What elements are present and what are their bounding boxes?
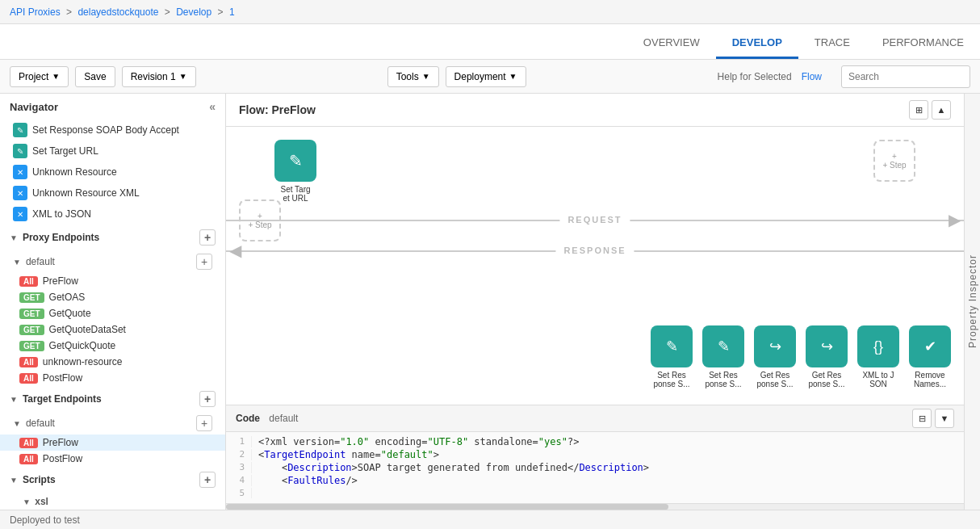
expand-icon[interactable]: ⊞: [909, 100, 928, 120]
status-bar: Deployed to test: [0, 510, 980, 529]
search-input[interactable]: [841, 65, 970, 88]
policy-unknown-resource[interactable]: ✕ Unknown Resource: [0, 162, 225, 183]
collapse-navigator[interactable]: «: [209, 100, 216, 113]
request-arrow: ▶: [949, 210, 961, 229]
flow-getoas[interactable]: GET GetOAS: [0, 289, 225, 305]
resp-step-2-icon[interactable]: ✎: [702, 325, 744, 367]
tab-bar: OVERVIEW DEVELOP TRACE PERFORMANCE: [0, 24, 980, 60]
tab-performance[interactable]: PERFORMANCE: [866, 28, 980, 59]
resp-step-4-icon[interactable]: ↪: [806, 325, 848, 367]
add-step-right-btn[interactable]: + + Step: [873, 140, 915, 182]
pencil-icon-2: ✎: [13, 144, 27, 158]
resp-step-1: ✎ Set Response S...: [651, 325, 693, 388]
policy-unknown-resource-xml[interactable]: ✕ Unknown Resource XML: [0, 183, 225, 204]
response-label: RESPONSE: [555, 244, 634, 257]
resp-step-3-label: Get Response S...: [756, 371, 793, 388]
response-arrow: ◀: [229, 241, 241, 260]
add-target-flow[interactable]: +: [196, 415, 212, 431]
tab-develop[interactable]: DEVELOP: [716, 28, 798, 59]
tab-overview[interactable]: OVERVIEW: [627, 28, 716, 59]
set-target-url-label: Set Target URL: [280, 185, 310, 203]
flow-postflow[interactable]: All PostFlow: [0, 370, 225, 386]
target-endpoints-arrow: ▼: [10, 395, 18, 404]
code-line-4: 4 <FaultRules/>: [226, 474, 964, 487]
scripts-arrow: ▼: [10, 476, 18, 485]
set-target-url-step[interactable]: ✎: [274, 140, 316, 182]
resp-step-3-icon[interactable]: ↪: [754, 325, 796, 367]
request-lane: REQUEST ▶: [226, 208, 964, 232]
project-caret: ▼: [52, 72, 60, 81]
resp-step-4: ↪ Get Response S...: [806, 325, 848, 388]
proxy-endpoints-section[interactable]: ▼ Proxy Endpoints +: [0, 225, 225, 250]
tools-caret: ▼: [422, 72, 430, 81]
help-text: Help for Selected: [718, 71, 792, 82]
resp-step-5: {} XML to JSON: [857, 325, 899, 388]
scroll-up-icon[interactable]: ▲: [932, 100, 951, 120]
flow-getquote[interactable]: GET GetQuote: [0, 305, 225, 321]
resp-step-6-icon[interactable]: ✔: [909, 325, 951, 367]
flow-preflow[interactable]: All PreFlow: [0, 273, 225, 289]
toolbar: Project ▼ Save Revision 1 ▼ Tools ▼ Depl…: [0, 60, 980, 94]
add-step-right: + + Step: [873, 140, 915, 182]
breadcrumb-api-proxies[interactable]: API Proxies: [10, 6, 61, 18]
flow-getquickquote[interactable]: GET GetQuickQuote: [0, 338, 225, 354]
breadcrumb-develop[interactable]: Develop: [176, 6, 211, 18]
scripts-section[interactable]: ▼ Scripts +: [0, 467, 225, 493]
tab-trace[interactable]: TRACE: [798, 28, 866, 59]
default-arrow: ▼: [13, 258, 21, 267]
revision-button[interactable]: Revision 1 ▼: [122, 66, 196, 87]
code-panel: Code default ⊟ ▼ 1 <?xml version="1.0" e…: [226, 405, 964, 510]
code-scrollbar[interactable]: [226, 503, 964, 510]
main-layout: Navigator « ✎ Set Response SOAP Body Acc…: [0, 94, 980, 510]
tools-button[interactable]: Tools ▼: [387, 66, 439, 87]
property-inspector[interactable]: Property Inspector: [964, 94, 980, 510]
code-expand-icon[interactable]: ▼: [935, 409, 954, 428]
code-body[interactable]: 1 <?xml version="1.0" encoding="UTF-8" s…: [226, 432, 964, 503]
code-line-3: 3 <Description>SOAP target generated fro…: [226, 461, 964, 474]
flow-target-postflow[interactable]: All PostFlow: [0, 451, 225, 467]
add-proxy-flow[interactable]: +: [196, 254, 212, 270]
code-line-1: 1 <?xml version="1.0" encoding="UTF-8" s…: [226, 435, 964, 448]
flow-title: Flow: PreFlow: [239, 103, 316, 116]
flow-getquotedataset[interactable]: GET GetQuoteDataSet: [0, 321, 225, 338]
revision-caret: ▼: [179, 72, 187, 81]
breadcrumb-proxy-name[interactable]: delayedstockquote: [77, 6, 158, 18]
plus-icon-right: +: [892, 152, 897, 161]
save-button[interactable]: Save: [75, 66, 115, 87]
code-header-actions: ⊟ ▼: [912, 409, 954, 428]
badge-all-preflow: All: [19, 276, 38, 287]
xsl-arrow: ▼: [23, 498, 31, 506]
x-icon-2: ✕: [13, 186, 27, 200]
resp-step-1-label: Set Response S...: [653, 371, 689, 388]
property-inspector-label: Property Inspector: [967, 254, 978, 348]
policy-set-response-soap[interactable]: ✎ Set Response SOAP Body Accept: [0, 120, 225, 141]
resp-step-6-label: RemoveNames...: [914, 371, 946, 388]
sidebar: Navigator « ✎ Set Response SOAP Body Acc…: [0, 94, 226, 510]
response-steps: ✎ Set Response S... ✎ Set Response S... …: [651, 325, 951, 388]
step-label-right: + Step: [882, 161, 906, 170]
code-line-2: 2 <TargetEndpoint name="default">: [226, 448, 964, 461]
code-collapse-icon[interactable]: ⊟: [912, 409, 932, 428]
flow-unknown-resource[interactable]: All unknown-resource: [0, 354, 225, 370]
add-target-endpoint[interactable]: +: [199, 391, 216, 407]
badge-all-unknown: All: [19, 357, 38, 367]
policy-set-target-url[interactable]: ✎ Set Target URL: [0, 141, 225, 162]
flow-target-preflow[interactable]: All PreFlow: [0, 435, 225, 451]
resp-step-3: ↪ Get Response S...: [754, 325, 796, 388]
badge-all-target-preflow: All: [19, 438, 38, 448]
resp-step-5-icon[interactable]: {}: [857, 325, 899, 367]
add-proxy-endpoint[interactable]: +: [199, 229, 216, 246]
resp-step-1-icon[interactable]: ✎: [651, 325, 693, 367]
proxy-default-section: ▼ default +: [0, 250, 225, 273]
flow-canvas: ✎ Set Target URL + + Step + + Step: [226, 127, 964, 405]
add-script[interactable]: +: [199, 472, 216, 488]
breadcrumb-revision[interactable]: 1: [229, 6, 235, 18]
code-header: Code default ⊟ ▼: [226, 405, 964, 432]
flow-link[interactable]: Flow: [802, 71, 822, 82]
target-default-section: ▼ default +: [0, 412, 225, 435]
request-label: REQUEST: [559, 213, 630, 226]
deployment-button[interactable]: Deployment ▼: [446, 66, 526, 87]
target-endpoints-section[interactable]: ▼ Target Endpoints +: [0, 386, 225, 412]
policy-xml-to-json[interactable]: ✕ XML to JSON: [0, 204, 225, 225]
project-button[interactable]: Project ▼: [10, 66, 69, 87]
